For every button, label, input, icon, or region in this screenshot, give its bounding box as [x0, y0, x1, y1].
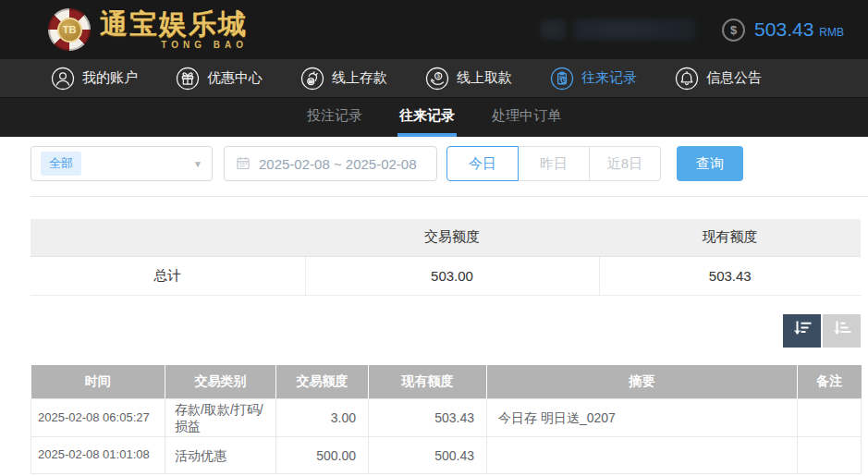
table-row: 2025-02-08 01:01:08 活动优惠 500.00 500.43 [31, 437, 862, 474]
records-table: 时间 交易类别 交易额度 现有额度 摘要 备注 2025-02-08 06:05… [31, 365, 862, 475]
sort-desc-icon [792, 320, 813, 341]
cell-type: 活动优惠 [165, 437, 276, 474]
gift-icon [176, 67, 200, 91]
records-header-type: 交易类别 [165, 365, 276, 399]
nav-item-my-account[interactable]: 我的账户 [51, 67, 138, 91]
cell-amount: 500.00 [276, 437, 369, 474]
nav-label: 我的账户 [82, 69, 138, 87]
filter-row: 全部 ▼ 2025-02-08 ~ 2025-02-08 今日 昨日 近8日 查… [31, 146, 868, 181]
summary-header-balance: 现有额度 [599, 219, 861, 256]
summary-total-transaction: 503.00 [305, 256, 599, 295]
nav-item-promotions[interactable]: 优惠中心 [176, 67, 263, 91]
summary-header-transaction: 交易额度 [305, 219, 599, 256]
table-row: 2025-02-08 06:05:27 存款/取款/打码/损益 3.00 503… [31, 399, 862, 437]
brand-name: 通宝娱乐城 [100, 10, 248, 38]
casino-chip-icon: TB [48, 8, 91, 51]
sort-asc-icon [832, 320, 852, 341]
summary-header-empty [31, 219, 305, 256]
sort-desc-button[interactable] [783, 314, 821, 348]
balance-amount: 503.43 [754, 18, 813, 41]
transfer-records-icon [550, 67, 574, 91]
nav-label: 信息公告 [706, 69, 762, 87]
caret-down-icon: ▼ [193, 159, 202, 169]
withdraw-hand-coin-icon: $ [425, 67, 449, 91]
filter-divider [31, 196, 868, 197]
quick-range-group: 今日 昨日 近8日 [446, 146, 661, 181]
cell-amount: 3.00 [276, 399, 369, 437]
cell-balance: 500.43 [369, 437, 487, 474]
nav-item-announcements[interactable]: 信息公告 [675, 67, 762, 91]
cell-balance: 503.43 [369, 399, 487, 437]
balance-currency: RMB [819, 21, 844, 39]
nav-label: 线上存款 [332, 69, 387, 87]
sort-controls [0, 314, 861, 348]
brand-name-en: TONG BAO [100, 41, 248, 50]
user-icon [51, 67, 75, 91]
chip-center: TB [57, 18, 82, 43]
username-redacted-block [574, 19, 696, 40]
records-header-note: 备注 [798, 365, 862, 399]
main-nav: 我的账户 优惠中心 线上存款 [0, 59, 868, 97]
date-range-value: 2025-02-08 ~ 2025-02-08 [259, 156, 417, 172]
query-button[interactable]: 查询 [677, 146, 743, 181]
nav-item-online-withdrawal[interactable]: $ 线上取款 [425, 67, 512, 91]
summary-table: 交易额度 现有额度 总计 503.00 503.43 [31, 219, 861, 296]
cell-time: 2025-02-08 06:05:27 [31, 399, 165, 437]
type-select-value: 全部 [41, 152, 81, 176]
nav-item-transfer-records[interactable]: 往来记录 [550, 67, 637, 91]
summary-total-label: 总计 [31, 256, 305, 295]
cell-note [798, 399, 862, 437]
dollar-circle-icon: $ [722, 18, 745, 42]
topbar-right: $ 503.43 RMB [541, 18, 844, 42]
records-header-balance: 现有额度 [369, 365, 487, 399]
type-select[interactable]: 全部 ▼ [31, 146, 213, 181]
nav-label: 线上取款 [457, 69, 512, 87]
cell-summary [487, 437, 798, 474]
tab-processing-orders[interactable]: 处理中订单 [490, 98, 563, 137]
sub-nav: 投注记录 往来记录 处理中订单 [0, 97, 868, 137]
cell-note [798, 437, 862, 474]
nav-label: 优惠中心 [207, 69, 263, 87]
summary-total-row: 总计 503.00 503.43 [31, 256, 861, 295]
tab-betting-records[interactable]: 投注记录 [305, 98, 364, 137]
quick-range-today[interactable]: 今日 [446, 146, 519, 181]
quick-range-yesterday[interactable]: 昨日 [518, 146, 590, 181]
topbar: TB 通宝娱乐城 TONG BAO $ 503.43 RMB [0, 0, 868, 59]
nav-item-online-deposit[interactable]: 线上存款 [300, 67, 387, 91]
records-header-amount: 交易额度 [276, 365, 369, 399]
sort-asc-button[interactable] [823, 314, 861, 348]
username-redacted-block [541, 20, 565, 39]
quick-range-last-8-days[interactable]: 近8日 [589, 146, 661, 181]
tab-transfer-records[interactable]: 往来记录 [397, 98, 457, 137]
svg-text:$: $ [436, 72, 440, 79]
records-header-summary: 摘要 [487, 365, 798, 399]
nav-label: 往来记录 [581, 69, 637, 87]
bell-icon [675, 67, 699, 91]
cell-type: 存款/取款/打码/损益 [165, 399, 276, 437]
cell-time: 2025-02-08 01:01:08 [31, 437, 165, 474]
deposit-hand-coin-icon [300, 67, 324, 91]
calendar-icon [236, 155, 251, 173]
brand-logo[interactable]: TB 通宝娱乐城 TONG BAO [48, 8, 248, 51]
records-header-time: 时间 [31, 365, 165, 399]
cell-summary: 今日存 明日送_0207 [487, 399, 798, 437]
brand-text: 通宝娱乐城 TONG BAO [100, 10, 248, 50]
summary-total-balance: 503.43 [599, 256, 861, 295]
date-range-input[interactable]: 2025-02-08 ~ 2025-02-08 [224, 146, 437, 181]
summary-header-row: 交易额度 现有额度 [31, 219, 861, 256]
records-header-row: 时间 交易类别 交易额度 现有额度 摘要 备注 [31, 365, 862, 399]
